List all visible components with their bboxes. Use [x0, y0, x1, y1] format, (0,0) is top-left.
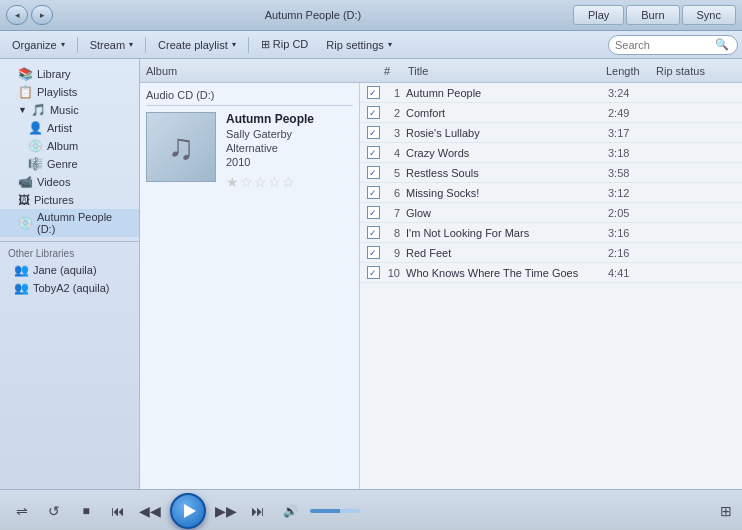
- sync-tab[interactable]: Sync: [682, 5, 736, 25]
- sidebar-item-autumn-people[interactable]: 💿 Autumn People (D:): [0, 209, 139, 237]
- create-playlist-button[interactable]: Create playlist ▾: [150, 37, 244, 53]
- track-list: 1 Autumn People 3:24 2 Comfort 2:49 3 Ro…: [360, 83, 742, 489]
- track-checkbox-4[interactable]: [364, 146, 382, 159]
- track-length-5: 3:58: [608, 167, 658, 179]
- track-checkbox-6[interactable]: [364, 186, 382, 199]
- mute-button[interactable]: 🔊: [278, 499, 302, 523]
- track-row[interactable]: 3 Rosie's Lullaby 3:17: [360, 123, 742, 143]
- cd-label: Audio CD (D:): [146, 89, 353, 106]
- track-length-10: 4:41: [608, 267, 658, 279]
- rip-status-column-header[interactable]: Rip status: [656, 65, 736, 77]
- album-column-header[interactable]: Album: [146, 65, 366, 77]
- stream-dropdown-arrow: ▾: [129, 40, 133, 49]
- track-title-8: I'm Not Looking For Mars: [406, 227, 608, 239]
- track-number-2: 2: [382, 107, 406, 119]
- toolbar: Organize ▾ Stream ▾ Create playlist ▾ ⊞ …: [0, 31, 742, 59]
- num-column-header[interactable]: #: [384, 65, 408, 77]
- track-title-4: Crazy Words: [406, 147, 608, 159]
- track-checkbox-7[interactable]: [364, 206, 382, 219]
- forward-button[interactable]: ▸: [31, 5, 53, 25]
- album-icon: 💿: [28, 139, 43, 153]
- track-row[interactable]: 6 Missing Socks! 3:12: [360, 183, 742, 203]
- play-icon: [184, 504, 196, 518]
- view-tabs[interactable]: Play Burn Sync: [573, 5, 736, 25]
- sidebar-item-genre[interactable]: 🎼 Genre: [0, 155, 139, 173]
- track-row[interactable]: 1 Autumn People 3:24: [360, 83, 742, 103]
- genre-icon: 🎼: [28, 157, 43, 171]
- track-length-6: 3:12: [608, 187, 658, 199]
- track-title-9: Red Feet: [406, 247, 608, 259]
- sidebar-item-videos[interactable]: 📹 Videos: [0, 173, 139, 191]
- track-checkbox-8[interactable]: [364, 226, 382, 239]
- track-row[interactable]: 2 Comfort 2:49: [360, 103, 742, 123]
- stop-button[interactable]: ■: [74, 499, 98, 523]
- track-row[interactable]: 5 Restless Souls 3:58: [360, 163, 742, 183]
- track-checkbox-5[interactable]: [364, 166, 382, 179]
- rip-cd-button[interactable]: ⊞ Rip CD: [253, 36, 317, 53]
- toby-icon: 👥: [14, 281, 29, 295]
- back-button[interactable]: ◂: [6, 5, 28, 25]
- track-length-8: 3:16: [608, 227, 658, 239]
- window-controls[interactable]: ◂ ▸: [6, 5, 53, 25]
- track-row[interactable]: 4 Crazy Words 3:18: [360, 143, 742, 163]
- repeat-button[interactable]: ↺: [42, 499, 66, 523]
- library-icon: 📚: [18, 67, 33, 81]
- track-length-4: 3:18: [608, 147, 658, 159]
- stream-button[interactable]: Stream ▾: [82, 37, 141, 53]
- track-checkbox-3[interactable]: [364, 126, 382, 139]
- search-box[interactable]: 🔍: [608, 35, 738, 55]
- star-rating[interactable]: ★☆☆☆☆: [226, 174, 314, 190]
- track-number-10: 10: [382, 267, 406, 279]
- track-row[interactable]: 7 Glow 2:05: [360, 203, 742, 223]
- sidebar-item-pictures[interactable]: 🖼 Pictures: [0, 191, 139, 209]
- grid-view-button[interactable]: ⊞: [720, 503, 732, 519]
- track-title-10: Who Knows Where The Time Goes: [406, 267, 608, 279]
- shuffle-button[interactable]: ⇌: [10, 499, 34, 523]
- sidebar-item-artist[interactable]: 👤 Artist: [0, 119, 139, 137]
- sidebar-item-album[interactable]: 💿 Album: [0, 137, 139, 155]
- track-checkbox-9[interactable]: [364, 246, 382, 259]
- volume-slider[interactable]: [310, 509, 360, 513]
- play-button[interactable]: [170, 493, 206, 529]
- sidebar-item-toby[interactable]: 👥 TobyA2 (aquila): [0, 279, 139, 297]
- next-button[interactable]: ⏭: [246, 499, 270, 523]
- prev-button[interactable]: ⏮: [106, 499, 130, 523]
- track-checkbox-1[interactable]: [364, 86, 382, 99]
- music-icon: 🎵: [31, 103, 46, 117]
- play-tab[interactable]: Play: [573, 5, 624, 25]
- sidebar-item-jane[interactable]: 👥 Jane (aquila): [0, 261, 139, 279]
- organize-button[interactable]: Organize ▾: [4, 37, 73, 53]
- title-column-header[interactable]: Title: [408, 65, 606, 77]
- track-row[interactable]: 10 Who Knows Where The Time Goes 4:41: [360, 263, 742, 283]
- cd-icon: 💿: [18, 216, 33, 230]
- track-title-2: Comfort: [406, 107, 608, 119]
- pictures-icon: 🖼: [18, 193, 30, 207]
- sidebar-item-music[interactable]: ▼ 🎵 Music: [0, 101, 139, 119]
- track-number-1: 1: [382, 87, 406, 99]
- track-number-5: 5: [382, 167, 406, 179]
- music-note-icon: ♫: [168, 126, 195, 168]
- sidebar-item-playlists[interactable]: 📋 Playlists: [0, 83, 139, 101]
- track-row[interactable]: 8 I'm Not Looking For Mars 3:16: [360, 223, 742, 243]
- burn-tab[interactable]: Burn: [626, 5, 679, 25]
- album-year: 2010: [226, 156, 314, 168]
- track-number-3: 3: [382, 127, 406, 139]
- track-checkbox-10[interactable]: [364, 266, 382, 279]
- forward-button[interactable]: ▶▶: [214, 499, 238, 523]
- sidebar-item-library[interactable]: 📚 Library: [0, 65, 139, 83]
- other-libraries-label: Other Libraries: [0, 241, 139, 261]
- length-column-header[interactable]: Length: [606, 65, 656, 77]
- track-checkbox-2[interactable]: [364, 106, 382, 119]
- album-name: Sally Gaterby: [226, 128, 314, 140]
- videos-icon: 📹: [18, 175, 33, 189]
- track-length-1: 3:24: [608, 87, 658, 99]
- search-input[interactable]: [615, 39, 715, 51]
- track-title-5: Restless Souls: [406, 167, 608, 179]
- toolbar-divider-2: [145, 37, 146, 53]
- jane-icon: 👥: [14, 263, 29, 277]
- rewind-button[interactable]: ◀◀: [138, 499, 162, 523]
- track-row[interactable]: 9 Red Feet 2:16: [360, 243, 742, 263]
- cd-info: ♫ Autumn People Sally Gaterby Alternativ…: [146, 112, 353, 190]
- album-artist: Autumn People: [226, 112, 314, 126]
- rip-settings-button[interactable]: Rip settings ▾: [318, 37, 399, 53]
